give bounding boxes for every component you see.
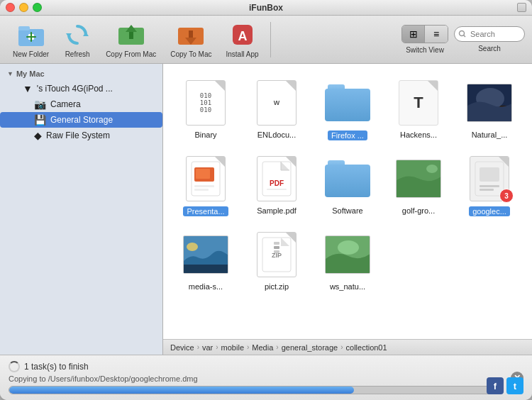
file-label-pictzip: pict.zip (265, 282, 289, 291)
spinner-icon (9, 361, 20, 372)
search-label: Search (478, 45, 501, 52)
twitter-icon: t (514, 381, 516, 391)
file-label-software: Software (332, 206, 362, 215)
svg-rect-40 (274, 250, 279, 253)
file-item-enldocu[interactable]: W ENLdocu... (245, 74, 309, 143)
sidebar-item-camera[interactable]: 📷 Camera (0, 96, 162, 112)
raw-fs-label: Raw File System (46, 130, 110, 140)
svg-rect-38 (274, 242, 279, 245)
svg-rect-25 (267, 189, 287, 190)
wsnatu-icon (322, 229, 373, 280)
resize-handle[interactable] (517, 3, 526, 12)
presenta-icon (180, 153, 231, 204)
file-label-googlec: googlec... (469, 206, 510, 216)
svg-point-42 (338, 240, 359, 255)
file-label-hackens: Hackens... (400, 130, 437, 139)
file-item-wsnatu[interactable]: ws_natu... (316, 226, 379, 294)
raw-fs-icon: ◆ (34, 130, 42, 141)
svg-rect-34 (184, 265, 228, 274)
file-item-binary[interactable]: 010101010 Binary (174, 74, 238, 143)
device-icon: ▼ (23, 83, 33, 94)
storage-icon: 💾 (34, 114, 46, 126)
svg-text:PDF: PDF (270, 179, 284, 187)
file-label-natural: Natural_... (472, 130, 508, 139)
file-item-hackens[interactable]: T Hackens... (387, 74, 450, 143)
copy-from-mac-label: Copy From Mac (106, 50, 156, 58)
svg-rect-1 (18, 26, 30, 30)
refresh-button[interactable]: Refresh (57, 18, 97, 61)
sidebar-item-device[interactable]: ▼ 's iTouch 4G(iPod ... (0, 81, 162, 96)
file-label-presenta: Presenta... (183, 206, 228, 216)
svg-rect-12 (189, 30, 193, 38)
file-item-samplepdf[interactable]: PDF Sample.pdf (245, 150, 309, 219)
file-label-wsnatu: ws_natu... (330, 282, 365, 291)
traffic-lights (6, 3, 42, 12)
search-input[interactable] (454, 26, 525, 42)
tasks-count: 1 task(s) to finish (24, 362, 89, 372)
switch-view-buttons: ⊞ ≡ (401, 25, 448, 43)
titlebar: iFunBox (0, 0, 532, 16)
svg-rect-31 (480, 185, 499, 187)
breadcrumb-device: Device (170, 343, 194, 352)
medias-icon (180, 229, 231, 280)
install-app-button[interactable]: A Install App (220, 18, 264, 61)
refresh-icon (63, 21, 92, 49)
minimize-button[interactable] (19, 3, 28, 12)
general-storage-label: General Storage (50, 115, 113, 125)
camera-label: Camera (50, 99, 81, 109)
task-detail: Copying to /Users/ifunbox/Desktop/google… (9, 374, 523, 383)
file-item-natural[interactable]: Natural_... (458, 74, 521, 143)
twitter-button[interactable]: t (506, 377, 523, 394)
file-item-medias[interactable]: media-s... (174, 226, 238, 294)
notification-badge: 3 (499, 189, 514, 203)
copy-to-mac-label: Copy To Mac (170, 50, 211, 58)
svg-rect-32 (480, 189, 494, 191)
file-label-firefox: Firefox ... (328, 130, 367, 140)
close-button[interactable] (6, 3, 15, 12)
svg-rect-4 (26, 36, 36, 38)
sep3: › (247, 343, 249, 351)
enldocu-icon: W (251, 77, 302, 128)
window-title: iFunBox (249, 3, 283, 13)
file-label-golfgro: golf-gro... (402, 206, 435, 215)
device-label: 's iTouch 4G(iPod ... (37, 84, 113, 94)
copy-from-mac-button[interactable]: Copy From Mac (100, 18, 162, 61)
facebook-button[interactable]: f (487, 377, 504, 394)
svg-rect-21 (194, 185, 214, 187)
new-folder-button[interactable]: New Folder (7, 18, 55, 61)
sidebar-item-general-storage[interactable]: 💾 General Storage (0, 112, 162, 128)
sep2: › (216, 343, 218, 351)
social-icons: f t (487, 377, 523, 394)
file-item-googlec[interactable]: 3 googlec... (458, 150, 521, 219)
copy-to-mac-button[interactable]: Copy To Mac (165, 18, 217, 61)
file-label-samplepdf: Sample.pdf (257, 206, 297, 215)
pictzip-icon: ZIP (251, 229, 302, 280)
svg-point-28 (426, 165, 438, 173)
sidebar-item-raw-fs[interactable]: ◆ Raw File System (0, 128, 162, 143)
golfgro-icon (393, 153, 444, 204)
file-item-pictzip[interactable]: ZIP pict.zip (245, 226, 309, 294)
sep1: › (197, 343, 199, 351)
file-item-golfgro[interactable]: golf-gro... (387, 150, 450, 219)
samplepdf-icon: PDF (251, 153, 302, 204)
file-item-presenta[interactable]: Presenta... (174, 150, 238, 219)
toolbar-sep-1 (270, 22, 271, 57)
file-label-medias: media-s... (189, 282, 223, 291)
my-mac-label: My Mac (16, 70, 45, 78)
maximize-button[interactable] (33, 3, 42, 12)
file-item-firefox[interactable]: Firefox ... (316, 74, 379, 143)
sep4: › (276, 343, 278, 351)
copy-from-mac-icon (117, 21, 145, 49)
binary-icon: 010101010 (180, 77, 231, 128)
file-item-software[interactable]: Software (316, 150, 379, 219)
new-folder-label: New Folder (13, 50, 49, 58)
progress-bar-fill (9, 387, 354, 394)
svg-marker-5 (83, 32, 89, 36)
grid-view-button[interactable]: ⊞ (402, 26, 425, 43)
main-window: iFunBox New Folder (0, 0, 532, 400)
svg-text:A: A (238, 29, 247, 43)
breadcrumb-mobile: mobile (221, 343, 244, 352)
main-content: ▼ My Mac ▼ 's iTouch 4G(iPod ... 📷 Camer… (0, 64, 532, 355)
list-view-button[interactable]: ≡ (425, 26, 448, 43)
svg-rect-9 (129, 32, 133, 39)
